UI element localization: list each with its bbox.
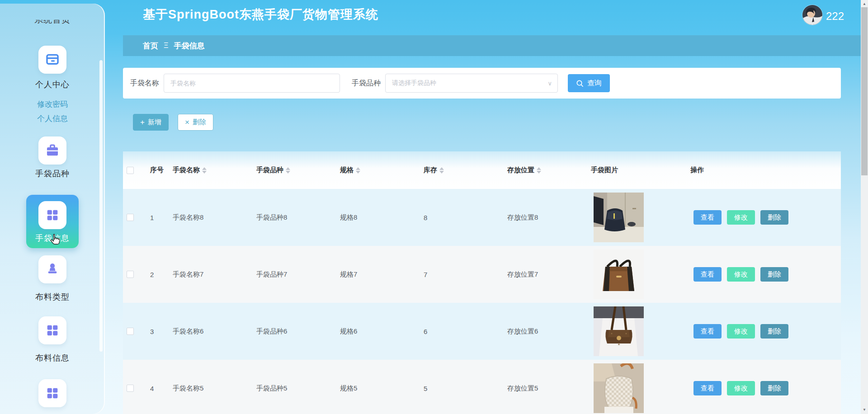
- sidebar-item-personal-center[interactable]: 个人中心: [35, 46, 70, 90]
- cell-name: 手袋名称7: [173, 270, 256, 279]
- sidebar-item-more[interactable]: [38, 379, 66, 407]
- bag-table: 序号 手袋名称 手袋品种 规格 库存 存放位置 手袋图片 操作 1 手袋名称8 …: [123, 151, 841, 414]
- cell-spec: 规格5: [340, 384, 424, 393]
- id-card-icon: [38, 46, 66, 74]
- cell-spec: 规格7: [340, 270, 424, 279]
- sort-icon[interactable]: [202, 167, 207, 174]
- cell-index: 1: [144, 214, 173, 221]
- row-actions: 查看 修改 删除: [690, 267, 841, 282]
- delete-row-button[interactable]: 删除: [760, 267, 788, 282]
- sort-icon[interactable]: [439, 167, 444, 174]
- handbag-photo[interactable]: [591, 306, 690, 356]
- cell-location: 存放位置5: [507, 384, 591, 393]
- sort-icon[interactable]: [356, 167, 360, 174]
- handbag-photo[interactable]: [591, 363, 690, 413]
- row-actions: 查看 修改 删除: [690, 381, 841, 395]
- delete-row-button[interactable]: 删除: [760, 324, 788, 339]
- grid-icon: [38, 316, 66, 344]
- column-header-index: 序号: [144, 166, 173, 174]
- stamp-icon: [38, 255, 66, 283]
- column-header-location[interactable]: 存放位置: [507, 166, 591, 174]
- username[interactable]: 222: [826, 10, 844, 23]
- cell-name: 手袋名称8: [173, 213, 256, 222]
- view-button[interactable]: 查看: [693, 210, 722, 225]
- cell-variety: 手袋品种6: [256, 327, 340, 336]
- cell-location: 存放位置7: [507, 270, 591, 279]
- sidebar: 系统首页 个人中心 修改密码 个人信息 手袋品种 手袋信息: [0, 4, 105, 414]
- plus-icon: +: [140, 118, 145, 127]
- column-header-stock[interactable]: 库存: [424, 166, 507, 174]
- row-actions: 查看 修改 删除: [690, 210, 841, 225]
- avatar[interactable]: [802, 5, 822, 25]
- cell-location: 存放位置6: [507, 327, 591, 336]
- sidebar-item-fabric-type[interactable]: 布料类型: [35, 255, 70, 302]
- query-button[interactable]: 查询: [568, 74, 610, 92]
- cell-stock: 6: [424, 328, 507, 335]
- table-row: 2 手袋名称7 手袋品种7 规格7 7 存放位置7 查看 修改 删除: [123, 246, 841, 303]
- sidebar-item-bag-variety[interactable]: 手袋品种: [35, 136, 70, 179]
- row-checkbox[interactable]: [127, 328, 134, 335]
- breadcrumb-separator-icon: Ξ: [164, 42, 168, 50]
- sort-icon[interactable]: [537, 167, 541, 174]
- column-header-spec[interactable]: 规格: [340, 166, 424, 174]
- cell-spec: 规格6: [340, 327, 424, 336]
- edit-button[interactable]: 修改: [727, 381, 755, 395]
- cell-stock: 8: [424, 214, 507, 221]
- bag-variety-label: 手袋品种: [352, 79, 381, 88]
- delete-button[interactable]: × 删除: [178, 114, 213, 131]
- delete-row-button[interactable]: 删除: [760, 210, 788, 225]
- close-icon: ×: [185, 118, 189, 127]
- sidebar-item-label: 布料信息: [35, 353, 70, 363]
- page-title: 基于SpringBoot东燕手袋厂货物管理系统: [143, 6, 378, 23]
- delete-row-button[interactable]: 删除: [760, 381, 788, 395]
- table-row: 4 手袋名称5 手袋品种5 规格5 5 存放位置5 查看 修改 删除: [123, 360, 841, 414]
- breadcrumb-home[interactable]: 首页: [143, 41, 158, 51]
- row-checkbox[interactable]: [127, 214, 134, 221]
- column-header-name[interactable]: 手袋名称: [173, 166, 256, 174]
- cell-variety: 手袋品种7: [256, 270, 340, 279]
- column-header-variety[interactable]: 手袋品种: [256, 166, 340, 174]
- bag-name-input[interactable]: [164, 74, 340, 93]
- cell-name: 手袋名称5: [173, 384, 256, 393]
- sidebar-menu: 系统首页 个人中心 修改密码 个人信息 手袋品种 手袋信息: [0, 20, 105, 414]
- sidebar-item-home-partial[interactable]: 系统首页: [34, 20, 71, 26]
- cell-location: 存放位置8: [507, 213, 591, 222]
- add-button[interactable]: + 新增: [133, 114, 169, 131]
- sidebar-item-label: 布料类型: [35, 292, 70, 302]
- breadcrumb-current: 手袋信息: [174, 41, 204, 51]
- table-row: 3 手袋名称6 手袋品种6 规格6 6 存放位置6 查看 修改 删除: [123, 303, 841, 360]
- search-panel: 手袋名称 手袋品种 请选择手袋品种 ∨ 查询: [123, 68, 841, 99]
- scroll-up-icon[interactable]: ▲: [861, 1, 868, 7]
- sidebar-item-label: 手袋品种: [35, 168, 70, 179]
- row-checkbox[interactable]: [127, 385, 134, 392]
- sidebar-scrollbar[interactable]: [99, 60, 103, 352]
- view-button[interactable]: 查看: [693, 381, 722, 395]
- edit-button[interactable]: 修改: [727, 324, 755, 339]
- view-button[interactable]: 查看: [693, 267, 722, 282]
- row-checkbox[interactable]: [127, 271, 134, 278]
- sidebar-item-fabric-info[interactable]: 布料信息: [35, 316, 70, 363]
- bag-variety-select[interactable]: 请选择手袋品种 ∨: [385, 74, 558, 93]
- main-area: 基于SpringBoot东燕手袋厂货物管理系统 222 首页 Ξ 手袋信息 手袋…: [105, 0, 868, 414]
- sort-icon[interactable]: [286, 167, 290, 174]
- cell-spec: 规格8: [340, 213, 424, 222]
- page-scrollbar[interactable]: ▲ ▼: [861, 0, 868, 414]
- select-all-checkbox[interactable]: [127, 167, 134, 174]
- sidebar-item-bag-info-active[interactable]: 手袋信息: [26, 195, 79, 248]
- view-button[interactable]: 查看: [693, 324, 722, 339]
- cell-variety: 手袋品种8: [256, 213, 340, 222]
- scroll-down-icon[interactable]: ▼: [861, 407, 868, 413]
- briefcase-icon: [38, 136, 66, 165]
- table-header-row: 序号 手袋名称 手袋品种 规格 库存 存放位置 手袋图片 操作: [123, 151, 841, 189]
- handbag-photo[interactable]: [591, 193, 690, 242]
- scrollbar-thumb[interactable]: [861, 7, 868, 175]
- grid-icon: [38, 201, 66, 229]
- sidebar-link-personal-info[interactable]: 个人信息: [37, 113, 68, 124]
- cell-index: 4: [144, 385, 173, 392]
- edit-button[interactable]: 修改: [727, 210, 755, 225]
- edit-button[interactable]: 修改: [727, 267, 755, 282]
- select-placeholder: 请选择手袋品种: [392, 79, 436, 87]
- handbag-photo[interactable]: [591, 249, 690, 299]
- sidebar-link-change-password[interactable]: 修改密码: [37, 99, 68, 110]
- row-actions: 查看 修改 删除: [690, 324, 841, 339]
